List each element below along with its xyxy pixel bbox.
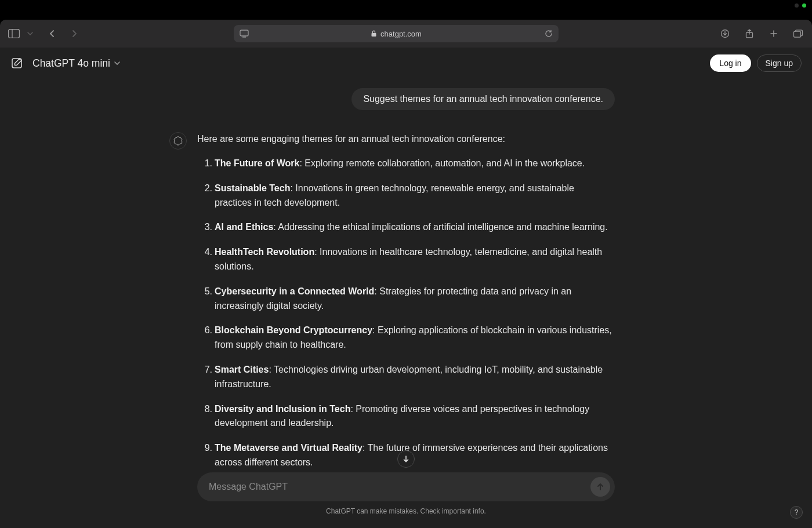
theme-item: Smart Cities: Technologies driving urban… xyxy=(215,363,615,392)
theme-item: HealthTech Revolution: Innovations in he… xyxy=(215,245,615,274)
theme-title: Blockchain Beyond Cryptocurrency xyxy=(215,325,372,335)
login-button[interactable]: Log in xyxy=(710,54,751,72)
svg-rect-0 xyxy=(9,30,20,38)
conversation-area: Suggest themes for an annual tech innova… xyxy=(0,79,812,470)
signup-button[interactable]: Sign up xyxy=(757,54,802,72)
disclaimer-text: ChatGPT can make mistakes. Check importa… xyxy=(326,507,486,515)
chevron-down-icon xyxy=(114,60,121,67)
theme-title: The Future of Work xyxy=(215,158,299,168)
help-button[interactable]: ? xyxy=(790,506,803,519)
sidebar-toggle-icon[interactable] xyxy=(7,27,21,41)
theme-item: Diversity and Inclusion in Tech: Promoti… xyxy=(215,402,615,431)
downloads-icon[interactable] xyxy=(718,27,732,41)
theme-title: Smart Cities xyxy=(215,365,269,374)
composer-input[interactable] xyxy=(209,482,590,492)
composer-area: ChatGPT can make mistakes. Check importa… xyxy=(0,470,812,528)
theme-title: Cybersecurity in a Connected World xyxy=(215,286,374,296)
mac-window-dots xyxy=(795,3,806,8)
assistant-intro: Here are some engaging themes for an ann… xyxy=(197,132,615,146)
assistant-message: Here are some engaging themes for an ann… xyxy=(197,132,615,470)
theme-title: HealthTech Revolution xyxy=(215,247,314,257)
new-chat-icon[interactable] xyxy=(10,57,23,70)
address-bar[interactable]: chatgpt.com xyxy=(234,25,559,42)
chatgpt-page: ChatGPT 4o mini Log in Sign up Suggest t… xyxy=(0,48,812,528)
theme-title: Sustainable Tech xyxy=(215,183,290,193)
model-label: ChatGPT 4o mini xyxy=(32,57,110,70)
browser-toolbar: chatgpt.com xyxy=(0,20,812,48)
chevron-down-icon[interactable] xyxy=(23,27,37,41)
new-tab-icon[interactable] xyxy=(767,27,781,41)
theme-item: AI and Ethics: Addressing the ethical im… xyxy=(215,220,615,235)
svg-rect-4 xyxy=(372,33,376,37)
theme-desc: : Addressing the ethical implications of… xyxy=(273,222,607,232)
theme-title: The Metaverse and Virtual Reality xyxy=(215,443,362,453)
chatgpt-header: ChatGPT 4o mini Log in Sign up xyxy=(0,48,812,79)
composer[interactable] xyxy=(197,472,615,501)
forward-button[interactable] xyxy=(67,27,81,41)
theme-item: Cybersecurity in a Connected World: Stra… xyxy=(215,285,615,314)
lock-icon xyxy=(371,30,377,37)
user-message: Suggest themes for an annual tech innova… xyxy=(351,88,615,110)
assistant-avatar-icon xyxy=(169,132,187,150)
send-button[interactable] xyxy=(590,477,610,497)
theme-desc: : Exploring remote collaboration, automa… xyxy=(299,158,585,168)
themes-list: The Future of Work: Exploring remote col… xyxy=(197,156,615,470)
address-bar-host: chatgpt.com xyxy=(380,30,422,38)
tabs-overview-icon[interactable] xyxy=(791,27,805,41)
theme-title: AI and Ethics xyxy=(215,222,273,232)
scroll-to-bottom-button[interactable] xyxy=(397,450,415,468)
back-button[interactable] xyxy=(45,27,59,41)
share-icon[interactable] xyxy=(742,27,756,41)
theme-title: Diversity and Inclusion in Tech xyxy=(215,404,350,414)
svg-rect-8 xyxy=(794,31,801,37)
theme-item: Sustainable Tech: Innovations in green t… xyxy=(215,181,615,210)
model-selector[interactable]: ChatGPT 4o mini xyxy=(32,57,121,70)
theme-desc: : Technologies driving urban development… xyxy=(215,365,603,389)
theme-item: Blockchain Beyond Cryptocurrency: Explor… xyxy=(215,323,615,352)
theme-item: The Future of Work: Exploring remote col… xyxy=(215,156,615,171)
theme-item: The Metaverse and Virtual Reality: The f… xyxy=(215,441,615,470)
